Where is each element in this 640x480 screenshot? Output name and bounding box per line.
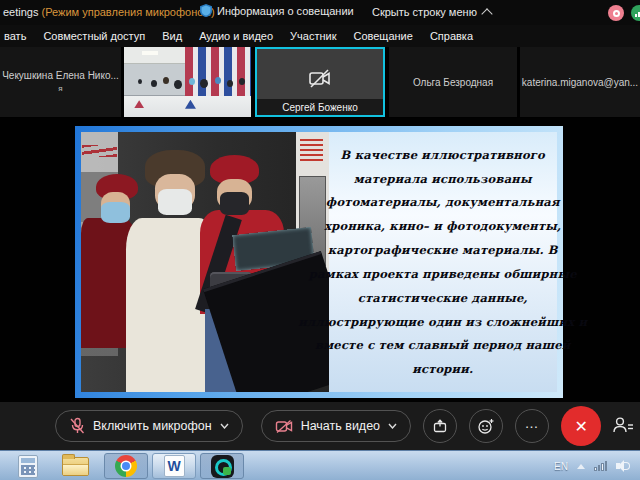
camera-off-icon [307, 68, 333, 90]
slide-text-line: материала использованы [354, 172, 532, 186]
system-tray: EN [554, 451, 640, 480]
leave-meeting-button[interactable]: ✕ [561, 406, 601, 446]
video-off-icon [275, 419, 293, 434]
slide-text-line: В качестве иллюстративного [341, 148, 545, 162]
participant-name: Ольга Безродная [413, 77, 493, 88]
word-taskbar-button[interactable]: W [152, 453, 196, 479]
mic-muted-icon [69, 417, 85, 435]
menu-item-share[interactable]: Совместный доступ [43, 30, 145, 42]
menu-item-meeting[interactable]: Совещание [353, 30, 412, 42]
hide-menu-button[interactable]: Скрыть строку меню [372, 6, 491, 18]
slide-text-line: фотоматериалы, документальная [326, 195, 560, 209]
unmute-mic-label: Включить микрофон [93, 419, 212, 433]
volume-icon[interactable] [616, 460, 630, 472]
windows-taskbar: W EN [0, 450, 640, 480]
word-icon: W [164, 455, 185, 477]
show-hidden-icons-button[interactable] [577, 464, 585, 469]
smiley-plus-icon [477, 417, 495, 435]
file-explorer-icon[interactable] [62, 457, 89, 476]
ellipsis-icon: … [525, 415, 540, 431]
menu-item-help[interactable]: Справка [430, 30, 473, 42]
participant-tile-selected[interactable]: Сергей Боженко [255, 47, 385, 117]
share-screen-icon [432, 418, 448, 434]
participant-name: katerina.miganova@yan... [522, 77, 638, 88]
slide-text-line: вместе с тем славный период нашей [315, 338, 571, 352]
chevron-down-icon[interactable] [220, 423, 229, 429]
person-right-mask [220, 192, 250, 215]
recording-indicator-icon [608, 5, 624, 21]
participant-name: Чекушкина Елена Нико... [2, 70, 119, 81]
chrome-taskbar-button[interactable] [104, 453, 148, 479]
participant-name: Сергей Боженко [257, 99, 383, 115]
slide-text-line: статистические данные, [358, 291, 528, 305]
unmute-mic-button[interactable]: Включить микрофон [55, 410, 243, 442]
presentation-slide: В качестве иллюстративного материала исп… [75, 126, 563, 398]
shield-icon [200, 4, 212, 17]
share-screen-button[interactable] [423, 409, 457, 443]
webex-taskbar-button[interactable] [200, 453, 244, 479]
museum-photo [81, 132, 329, 392]
start-video-label: Начать видео [301, 419, 380, 433]
person-left-mask [101, 202, 131, 223]
slide-text-line: истории. [412, 362, 473, 376]
participant-tile[interactable]: katerina.miganova@yan... [520, 47, 640, 117]
meeting-info-label: Информация о совещании [217, 5, 354, 17]
language-indicator[interactable]: EN [554, 461, 568, 472]
hide-menu-label: Скрыть строку меню [372, 6, 477, 18]
participants-icon [612, 415, 634, 435]
menu-bar: вать Совместный доступ Вид Аудио и видео… [0, 25, 640, 47]
menu-item-participant[interactable]: Участник [290, 30, 336, 42]
menu-item-edit-truncated[interactable]: вать [4, 30, 26, 42]
reactions-button[interactable] [469, 409, 503, 443]
person-middle-mask [158, 189, 193, 215]
window-title: eetings (Режим управления микрофоном) [3, 6, 215, 18]
chevron-down-icon[interactable] [388, 423, 397, 429]
menu-item-audio-video[interactable]: Аудио и видео [199, 30, 273, 42]
more-options-button[interactable]: … [515, 409, 549, 443]
participants-strip: Чекушкина Елена Нико... я Сергей Боженко [0, 47, 640, 118]
title-bar: eetings (Режим управления микрофоном) Ин… [0, 0, 640, 25]
slide-text-line: иллюстрирующие один из сложнейших и [298, 315, 587, 329]
meeting-control-bar: Включить микрофон Начать видео [0, 402, 640, 450]
chevron-up-icon [481, 8, 492, 19]
slide-text-line: картографические материалы. В [328, 243, 558, 257]
start-video-button[interactable]: Начать видео [261, 410, 411, 442]
meeting-info-button[interactable]: Информация о совещании [200, 4, 354, 17]
mic-mode-text: (Режим управления микрофоном) [42, 6, 215, 18]
close-icon: ✕ [574, 417, 587, 436]
participant-name-line2: я [2, 82, 119, 95]
slide-text-line: хроника, кино– и фотодокументы, [324, 219, 561, 233]
calculator-icon[interactable] [18, 455, 38, 478]
classroom-video-feed [124, 47, 251, 117]
webex-meetings-icon [211, 455, 234, 478]
app-name-fragment: eetings [3, 6, 38, 18]
participant-tile[interactable]: Чекушкина Елена Нико... я [0, 47, 121, 117]
shared-screen-stage: В качестве иллюстративного материала исп… [0, 118, 640, 402]
app-window: eetings (Режим управления микрофоном) Ин… [0, 0, 640, 480]
participant-tile-video[interactable] [124, 47, 251, 117]
menu-item-view[interactable]: Вид [162, 30, 182, 42]
connection-quality-icon [631, 5, 640, 21]
participants-panel-button[interactable] [612, 415, 634, 439]
chrome-icon [115, 455, 137, 477]
network-signal-icon[interactable] [594, 461, 607, 471]
participant-tile[interactable]: Ольга Безродная [389, 47, 517, 117]
slide-text-panel: В качестве иллюстративного материала исп… [329, 132, 557, 392]
slide-text-line: рамках проекта приведены обширные [309, 267, 577, 281]
